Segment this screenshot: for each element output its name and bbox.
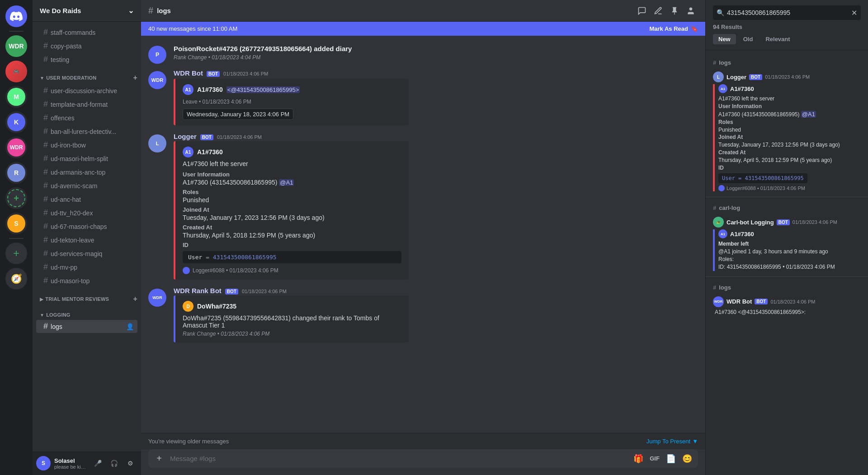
add-members-button[interactable] — [684, 4, 698, 18]
gift-icon-button[interactable]: 🎁 — [631, 451, 646, 466]
server-item-2[interactable]: 🎮 — [5, 61, 27, 82]
message-input-box: + 🎁 GIF 📄 😊 — [148, 449, 698, 468]
server-item-5[interactable]: WDR — [5, 137, 27, 158]
filter-old-button[interactable]: Old — [738, 34, 759, 44]
channel-item-template-and-format[interactable]: # template-and-format — [36, 98, 137, 111]
search-icon: 🔍 — [717, 9, 724, 16]
channel-item-ud-masori-helm-split[interactable]: # ud-masori-helm-split — [36, 152, 137, 165]
gif-button[interactable]: GIF — [647, 451, 662, 466]
channel-item-ud-ttv-h20-dex[interactable]: # ud-ttv_h20-dex — [36, 206, 137, 219]
jump-to-present-button[interactable]: Jump To Present ▼ — [646, 438, 698, 445]
category-trial-mentor-reviews[interactable]: ▶ TRIAL MENTOR REVIEWS + — [33, 288, 141, 305]
author-rank-bot: WDR Rank Bot — [174, 287, 222, 294]
mark-as-read-button[interactable]: Mark As Read 🔖 — [650, 25, 698, 32]
discover-button[interactable]: 🧭 — [5, 268, 27, 290]
msg-timestamp-rank: 01/18/2023 4:06 PM — [242, 289, 287, 294]
search-time-wdr-bot-2: 01/18/2023 4:06 PM — [770, 299, 815, 304]
search-bot-badge-carlbot: BOT — [777, 219, 790, 225]
bot-badge-wdr: BOT — [207, 71, 220, 77]
app-bar-separator-2 — [9, 238, 24, 239]
author-wdr-bot: WDR Bot — [174, 69, 203, 77]
threads-button[interactable] — [635, 4, 649, 18]
pin-button[interactable] — [667, 4, 682, 18]
edit-button[interactable] — [651, 4, 665, 18]
hash-icon: # — [43, 55, 48, 64]
channel-item-ud-masori-top[interactable]: # ud-masori-top — [36, 274, 137, 287]
message-input-area: + 🎁 GIF 📄 😊 — [141, 449, 705, 475]
channel-item-user-discussion-archive[interactable]: # user-discussion-archive — [36, 84, 137, 97]
channel-item-ud-armanis-anc-top[interactable]: # ud-armanis-anc-top — [36, 166, 137, 179]
search-id-display: User = 431543500861865995 — [718, 173, 807, 183]
search-time-logger: 01/18/2023 4:06 PM — [765, 74, 810, 80]
channel-item-ud-tekton-leave[interactable]: # ud-tekton-leave — [36, 233, 137, 247]
compass-icon: 🧭 — [11, 273, 22, 284]
emoji-button[interactable]: 😊 — [680, 451, 694, 466]
add-server-button[interactable]: + — [5, 242, 27, 264]
rank-embed-username: DoWha#7235 — [197, 303, 236, 310]
server-item-6[interactable]: R — [5, 162, 27, 184]
server-header[interactable]: We Do Raids ⌄ — [33, 0, 141, 22]
field-value-joined: Tuesday, January 17, 2023 12:56 PM (3 da… — [183, 214, 401, 221]
avatar-wdr-bot: WDR — [148, 71, 166, 89]
attach-file-button[interactable]: + — [152, 451, 166, 466]
channel-item-logs[interactable]: # logs 👤 — [36, 320, 137, 333]
search-result-embed-carlbot: A1 A1#7360 Member left @A1 joined 1 day,… — [713, 229, 861, 271]
filter-relevant-button[interactable]: Relevant — [760, 34, 795, 44]
channel-item-ud-services-magiq[interactable]: # ud-services-magiq — [36, 247, 137, 260]
filter-new-button[interactable]: New — [713, 34, 736, 44]
chat-header: # logs — [141, 0, 705, 22]
embed-footer-icon — [183, 267, 190, 274]
search-embed-avatar: A1 — [718, 84, 727, 93]
field-value-created: Thursday, April 5, 2018 12:59 PM (5 year… — [183, 232, 401, 239]
embed-date-tooltip: Wednesday, January 18, 2023 4:06 PM — [183, 109, 293, 120]
messages-area[interactable]: P PoisonRocket#4726 (267727493518065664)… — [141, 36, 705, 433]
search-clear-button[interactable]: ✕ — [851, 9, 857, 17]
hash-icon: # — [43, 208, 48, 218]
search-channel-header-logs: # logs — [706, 54, 868, 68]
microphone-icon[interactable]: 🎤 — [90, 456, 105, 470]
channel-name: logs — [157, 7, 171, 14]
search-result-wdr-bot[interactable]: WDR WDR Bot BOT 01/18/2023 4:06 PM A1#73… — [706, 293, 868, 319]
settings-icon[interactable]: ⚙ — [123, 456, 137, 470]
search-result-logger[interactable]: L Logger BOT 01/18/2023 4:06 PM A1 A1#73… — [706, 68, 868, 195]
logger-embed-avatar: A1 — [183, 147, 193, 157]
bot-badge-rank: BOT — [225, 289, 238, 294]
add-trial-category-icon[interactable]: + — [133, 295, 137, 303]
server-item-3[interactable]: M — [5, 86, 27, 108]
search-embed-avatar-2: A1 — [718, 229, 727, 238]
channel-item-ban-all-lurers[interactable]: # ban-all-lurers-detectiv... — [36, 125, 137, 138]
rank-change-text: DoWha#7235 (559843739556642831) changed … — [183, 314, 401, 329]
sticker-button[interactable]: 📄 — [664, 451, 678, 466]
channel-item-testing[interactable]: # testing — [36, 53, 137, 66]
hash-icon-search-2: # — [713, 204, 716, 211]
search-result-carlbot[interactable]: 🐢 Carl-bot Logging BOT 01/18/2023 4:06 P… — [706, 213, 868, 274]
header-actions — [635, 4, 698, 18]
hash-icon: # — [43, 249, 48, 258]
hash-icon: # — [43, 127, 48, 136]
channel-item-staff-commands[interactable]: # staff-commands — [36, 26, 137, 39]
category-logging[interactable]: ▼ LOGGING — [33, 305, 141, 319]
channel-item-ud-avernic-scam[interactable]: # ud-avernic-scam — [36, 179, 137, 192]
server-item-4[interactable]: K — [5, 111, 27, 133]
server-item-8[interactable]: S — [5, 213, 27, 234]
search-input[interactable] — [727, 5, 849, 20]
older-messages-bar: You're viewing older messages Jump To Pr… — [141, 433, 705, 449]
discord-home-button[interactable] — [5, 5, 27, 27]
search-results[interactable]: # logs L Logger BOT 01/18/2023 4:06 PM A… — [706, 50, 868, 475]
author-poison-rocket: PoisonRocket#4726 (267727493518065664) a… — [174, 45, 352, 52]
add-category-icon[interactable]: + — [133, 74, 137, 82]
channel-item-ud-iron-tbow[interactable]: # ud-iron-tbow — [36, 138, 137, 152]
server-item-7[interactable]: + — [5, 187, 27, 209]
message-input[interactable] — [170, 449, 627, 468]
field-label-created: Created At — [183, 224, 401, 231]
channel-item-ud-mv-pp[interactable]: # ud-mv-pp — [36, 261, 137, 274]
category-user-moderation[interactable]: ▼ USER MODERATION + — [33, 66, 141, 84]
headset-icon[interactable]: 🎧 — [107, 456, 121, 470]
server-item-1[interactable]: WDR — [5, 35, 27, 57]
channel-item-copy-pasta[interactable]: # copy-pasta — [36, 39, 137, 52]
id-eq: = — [206, 254, 213, 261]
hash-icon-search: # — [713, 59, 716, 66]
channel-item-offences[interactable]: # offences — [36, 111, 137, 124]
channel-item-ud-anc-hat[interactable]: # ud-anc-hat — [36, 193, 137, 206]
channel-item-ud-67-masori-chaps[interactable]: # ud-67-masori-chaps — [36, 220, 137, 233]
